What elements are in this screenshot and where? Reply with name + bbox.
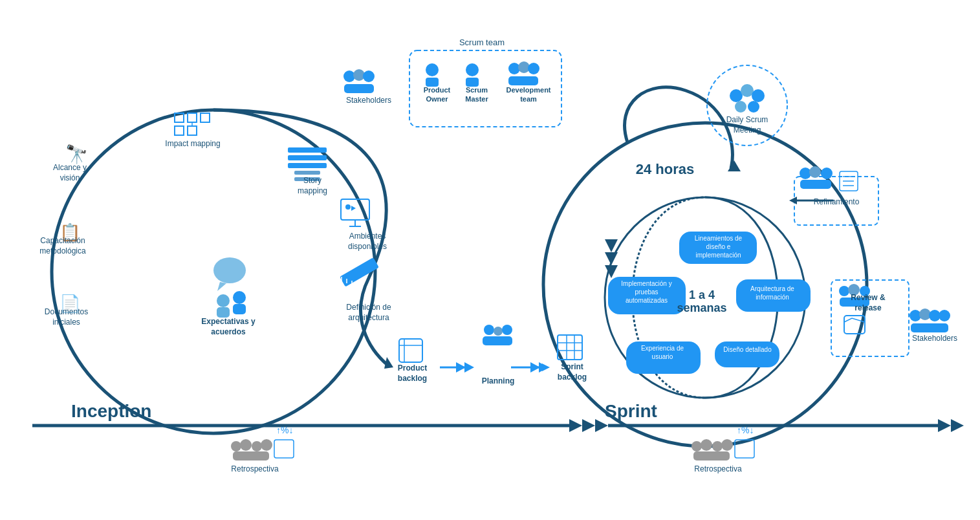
- lineamientos-label: Lineamientos dediseño eimplementación: [681, 234, 756, 259]
- svg-rect-56: [399, 339, 422, 362]
- svg-point-104: [800, 168, 811, 179]
- svg-rect-107: [800, 180, 831, 189]
- svg-point-93: [528, 63, 539, 74]
- svg-point-75: [691, 441, 702, 451]
- svg-point-52: [217, 294, 230, 307]
- svg-marker-21: [539, 362, 549, 373]
- svg-rect-34: [175, 126, 184, 135]
- sprint-backlog-label: Sprintbacklog: [548, 362, 596, 382]
- svg-rect-63: [558, 335, 582, 360]
- svg-marker-51: [217, 282, 226, 291]
- svg-rect-73: [274, 440, 294, 458]
- svg-point-99: [909, 310, 921, 321]
- svg-text:1 a 4: 1 a 4: [689, 288, 715, 301]
- svg-rect-46: [340, 257, 379, 287]
- product-owner-label: ProductOwner: [419, 85, 455, 104]
- svg-point-92: [518, 61, 530, 73]
- retrospectiva-left-label: Retrospectiva: [223, 464, 287, 475]
- svg-rect-98: [344, 84, 374, 93]
- svg-marker-11: [605, 239, 618, 252]
- svg-rect-79: [693, 451, 730, 460]
- stakeholders-left-label: Stakeholders: [343, 96, 395, 106]
- svg-marker-20: [530, 362, 540, 373]
- alcance-label: Alcance yvisión: [38, 163, 102, 183]
- svg-point-68: [231, 441, 241, 451]
- svg-point-97: [363, 70, 375, 82]
- svg-rect-42: [341, 199, 369, 220]
- scrum-master-label: ScrumMaster: [461, 85, 493, 104]
- svg-rect-40: [294, 171, 320, 175]
- sprint-title: Sprint: [605, 400, 657, 423]
- svg-point-95: [343, 70, 355, 82]
- svg-rect-25: [831, 280, 909, 356]
- disenio-label: Diseño detallado: [717, 345, 778, 354]
- diagram-container: 🔭 📋 📄: [0, 0, 980, 520]
- story-mapping-label: Storymapping: [283, 176, 342, 196]
- svg-marker-2: [582, 419, 595, 432]
- svg-point-91: [508, 63, 520, 74]
- svg-point-102: [939, 310, 950, 321]
- experiencia-label: Experiencia deusuario: [627, 344, 697, 361]
- svg-point-70: [252, 441, 262, 451]
- svg-marker-1: [569, 419, 582, 432]
- svg-point-71: [261, 439, 272, 451]
- svg-rect-108: [840, 171, 858, 191]
- svg-rect-112: [844, 316, 865, 334]
- svg-point-59: [484, 325, 494, 335]
- svg-point-101: [929, 310, 941, 321]
- capacitacion-label: Capacitaciónmetodológica: [27, 236, 98, 256]
- dev-team-label: Developmentteam: [506, 85, 551, 104]
- svg-text:↑%↓: ↑%↓: [737, 425, 754, 435]
- planning-label: Planning: [475, 376, 521, 387]
- svg-marker-13: [605, 265, 618, 278]
- refinamiento-label: Refinamiento: [794, 197, 878, 208]
- svg-marker-6: [951, 419, 964, 432]
- svg-point-82: [730, 89, 743, 102]
- svg-rect-38: [288, 155, 327, 160]
- stakeholders-right-label: Stakeholders: [909, 334, 961, 344]
- svg-point-89: [466, 63, 479, 76]
- svg-rect-94: [508, 76, 538, 85]
- svg-point-50: [213, 257, 246, 283]
- expectativas-label: Expectativas yacuerdos: [193, 317, 264, 337]
- svg-point-76: [701, 439, 712, 451]
- scrum-team-title: Scrum team: [450, 38, 514, 49]
- svg-point-83: [741, 84, 754, 97]
- svg-rect-31: [175, 113, 184, 122]
- daily-scrum-label: Daily ScrumMeeting: [712, 115, 783, 135]
- svg-point-84: [752, 89, 765, 102]
- svg-marker-12: [605, 252, 618, 265]
- svg-marker-5: [938, 419, 951, 432]
- svg-rect-80: [735, 440, 754, 458]
- svg-rect-35: [188, 126, 197, 135]
- svg-point-86: [748, 101, 759, 113]
- svg-marker-15: [464, 363, 472, 371]
- inception-title: Inception: [71, 400, 151, 423]
- svg-point-106: [821, 168, 833, 179]
- svg-marker-10: [728, 160, 741, 171]
- documentos-label: Documentosiniciales: [32, 307, 100, 327]
- svg-rect-39: [288, 163, 327, 168]
- review-release-label: Review &release: [836, 293, 900, 313]
- svg-point-45: [345, 204, 351, 210]
- ambientes-label: Ambientesdisponibles: [335, 232, 400, 252]
- definicion-label: Definición dearquitectura: [333, 303, 404, 323]
- arquitectura-label: Arquitectura deinformación: [737, 285, 807, 301]
- svg-marker-18: [456, 362, 466, 373]
- svg-rect-37: [288, 147, 327, 153]
- svg-point-60: [494, 327, 503, 336]
- svg-rect-53: [217, 307, 230, 318]
- product-backlog-label: Productbacklog: [388, 363, 437, 384]
- svg-rect-55: [233, 304, 246, 314]
- svg-point-105: [809, 166, 821, 178]
- svg-text:semanas: semanas: [677, 301, 726, 314]
- svg-rect-103: [911, 323, 948, 332]
- svg-marker-19: [464, 362, 474, 373]
- svg-text:↑%↓: ↑%↓: [276, 425, 293, 435]
- svg-point-8: [543, 123, 867, 446]
- svg-point-69: [240, 439, 252, 451]
- svg-rect-72: [233, 451, 269, 460]
- svg-point-77: [712, 441, 723, 451]
- svg-point-7: [52, 110, 375, 433]
- svg-point-87: [426, 63, 439, 76]
